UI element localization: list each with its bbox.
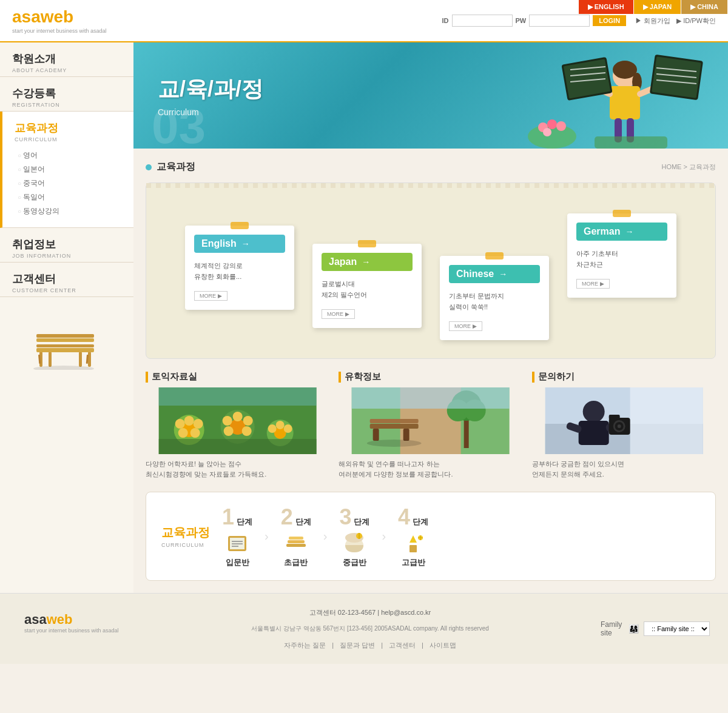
toeic-image <box>146 387 329 454</box>
register-link[interactable]: ▶ 회원가입 <box>635 16 670 25</box>
german-card-header: German → <box>576 223 667 241</box>
sidebar-item-registration[interactable]: 수강등록 REGISTRATION <box>0 77 133 112</box>
footer-link-cs[interactable]: 고객센터 <box>389 638 416 652</box>
svg-rect-88 <box>289 537 303 540</box>
bench-illustration <box>0 309 133 384</box>
inquiry-title-bar <box>532 372 534 383</box>
toeic-text: 다양한 어학자료! 늘 앉아는 점수최신시험경향에 맞는 자료들로 가득해요. <box>146 459 329 480</box>
banner-number: 03 <box>152 99 206 149</box>
footer-link-sitemap[interactable]: 사이트맵 <box>430 638 456 652</box>
svg-point-47 <box>223 416 232 426</box>
step-2[interactable]: 2 단계 초급반 <box>281 504 311 568</box>
steps-label-en: CURRICULUM <box>161 542 210 548</box>
china-lang-button[interactable]: ▶ CHINA <box>681 0 728 14</box>
family-site-select[interactable]: :: Family site :: <box>644 621 710 636</box>
svg-rect-62 <box>403 429 410 441</box>
english-lang-button[interactable]: ▶ ENGLISH <box>579 0 634 14</box>
inquiry-title-text: 문의하기 <box>538 371 575 383</box>
inquiry-text: 공부하다 궁금한 점이 있으시면언제든지 문의해 주세요. <box>532 459 716 480</box>
svg-point-48 <box>242 426 252 436</box>
submenu-japanese[interactable]: 일본어 <box>18 162 121 176</box>
step-4-level: 고급반 <box>402 557 425 568</box>
english-more-button[interactable]: MORE ▶ <box>194 291 228 301</box>
step-3-level: 중급반 <box>343 557 366 568</box>
info-sections: 토익자료실 <box>146 371 716 480</box>
sidebar-item-curriculum[interactable]: 교육과정 CURRICULUM 영어 일본어 중국어 독일어 동영상강의 <box>0 112 133 228</box>
svg-point-39 <box>194 419 203 429</box>
japan-more-button[interactable]: MORE ▶ <box>322 309 355 319</box>
svg-rect-9 <box>36 334 94 338</box>
svg-marker-94 <box>410 535 417 543</box>
sidebar: 학원소개 ABOUT ACADEMY 수강등록 REGISTRATION 교육과… <box>0 42 133 593</box>
header-right: ID PW LOGIN ▶ 회원가입 ▶ ID/PW확인 <box>442 15 716 27</box>
curriculum-steps: 교육과정 CURRICULUM 1 단계 입문반 › 2 <box>146 492 716 581</box>
sidebar-job-en: JOB INFORMATION <box>12 253 121 259</box>
svg-rect-87 <box>288 540 305 543</box>
pw-input[interactable] <box>529 15 590 27</box>
step-divider-3: › <box>382 529 386 543</box>
steps-label-ko: 교육과정 <box>161 526 210 539</box>
japan-title: Japan <box>329 256 357 267</box>
step-divider-1: › <box>265 529 269 543</box>
svg-point-53 <box>284 424 292 433</box>
hero-banner: 03 교/육/과/정 Curriculum <box>133 42 728 149</box>
submenu-video[interactable]: 동영상강의 <box>18 204 121 218</box>
step-3[interactable]: 3 단계 중급반 <box>339 504 369 568</box>
submenu-english[interactable]: 영어 <box>18 149 121 162</box>
content-area: 03 교/육/과/정 Curriculum <box>133 42 728 593</box>
id-input[interactable] <box>452 15 513 27</box>
svg-rect-3 <box>88 352 91 367</box>
step-2-icon <box>284 533 308 554</box>
sidebar-item-job[interactable]: 취업정보 JOB INFORMATION <box>0 228 133 263</box>
svg-point-46 <box>243 416 253 426</box>
step-divider-2: › <box>323 529 328 543</box>
svg-point-15 <box>543 128 551 136</box>
svg-rect-93 <box>410 545 417 552</box>
chinese-more-button[interactable]: MORE ▶ <box>449 321 482 331</box>
japan-arrow: → <box>362 257 370 267</box>
svg-point-52 <box>276 421 285 429</box>
svg-point-38 <box>184 416 194 426</box>
study-abroad-section: 유학정보 <box>339 371 522 480</box>
svg-rect-80 <box>608 415 619 420</box>
logo[interactable]: asaweb <box>12 7 107 27</box>
step-4-num: 4 <box>398 504 410 530</box>
svg-rect-8 <box>36 338 94 342</box>
german-arrow: → <box>625 227 633 236</box>
logo-web: web <box>41 7 73 26</box>
japan-lang-button[interactable]: ▶ JAPAN <box>634 0 682 14</box>
svg-point-42 <box>178 428 188 438</box>
study-abroad-image <box>339 387 522 454</box>
english-card: English → 체계적인 강의로유창한 회화를... MORE ▶ <box>185 226 294 310</box>
japan-card-body: 글로벌시대제2의 필수언어 <box>322 278 413 300</box>
submenu-german[interactable]: 독일어 <box>18 190 121 204</box>
sidebar-item-about[interactable]: 학원소개 ABOUT ACADEMY <box>0 42 133 77</box>
footer-link-separator2: | <box>381 638 383 652</box>
step-4-icon <box>401 533 425 554</box>
footer-link-qa[interactable]: 질문과 답변 <box>340 638 375 652</box>
submenu-chinese[interactable]: 중국어 <box>18 176 121 190</box>
sidebar-about-ko: 학원소개 <box>12 53 56 65</box>
footer-link-faq[interactable]: 자주하는 질문 <box>284 638 326 652</box>
sidebar-item-customer[interactable]: 고객센터 CUSTOMER CENTER <box>0 263 133 297</box>
page-content: 교육과정 HOME > 교육과정 English → 체계적인 강의로유창한 회… <box>133 149 728 593</box>
svg-rect-19 <box>610 86 640 119</box>
step-1[interactable]: 1 단계 입문반 <box>222 504 252 568</box>
toeic-section: 토익자료실 <box>146 371 329 480</box>
header-links: ▶ 회원가입 ▶ ID/PW확인 <box>635 16 716 25</box>
step-4-word: 단계 <box>413 517 428 527</box>
footer-link-separator1: | <box>332 638 334 652</box>
toeic-title-text: 토익자료실 <box>152 371 197 383</box>
find-pw-link[interactable]: ▶ ID/PW확인 <box>676 16 716 25</box>
study-abroad-title-bar <box>339 372 341 383</box>
family-site-icon: 👨‍👩‍👧 <box>629 624 639 634</box>
german-more-button[interactable]: MORE ▶ <box>576 279 610 289</box>
step-3-num: 3 <box>339 504 351 530</box>
svg-point-13 <box>547 119 557 129</box>
step-4[interactable]: 4 단계 고급반 <box>398 504 428 568</box>
login-button[interactable]: LOGIN <box>593 15 626 26</box>
curriculum-submenu: 영어 일본어 중국어 독일어 동영상강의 <box>2 146 133 227</box>
cards-grid: English → 체계적인 강의로유창한 회화를... MORE ▶ Japa… <box>161 201 700 340</box>
footer-links: 자주하는 질문 | 질문과 답변 | 고객센터 | 사이트맵 <box>146 638 595 652</box>
sidebar-curriculum-ko: 교육과정 <box>15 122 58 134</box>
